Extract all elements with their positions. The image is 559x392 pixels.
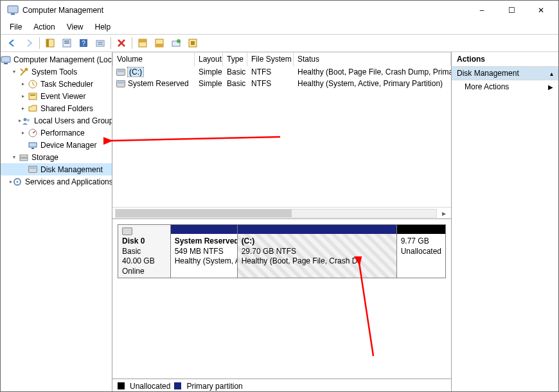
svg-text:?: ? bbox=[82, 40, 85, 47]
tree-services-apps[interactable]: ▸ Services and Applications bbox=[1, 175, 112, 188]
disk-graphical-view[interactable]: Disk 0 Basic 40.00 GB Online System Rese… bbox=[112, 219, 451, 392]
back-button[interactable] bbox=[4, 36, 20, 50]
menu-view[interactable]: View bbox=[62, 21, 89, 33]
menu-action[interactable]: Action bbox=[28, 21, 60, 33]
volume-header-row: Volume Layout Type File System Status bbox=[112, 52, 451, 66]
tree-label: System Tools bbox=[31, 67, 77, 76]
delete-button[interactable] bbox=[114, 36, 129, 50]
partition[interactable]: System Reserved 549 MB NTFS Healthy (Sys… bbox=[171, 225, 238, 278]
svg-rect-0 bbox=[8, 6, 18, 13]
col-type[interactable]: Type bbox=[223, 52, 247, 66]
titlebar[interactable]: Computer Management – ☐ ✕ bbox=[1, 1, 558, 20]
partition-title: (C:) bbox=[242, 236, 393, 247]
tree-shared-folders[interactable]: ▸ Shared Folders bbox=[1, 102, 112, 114]
disk-row[interactable]: Disk 0 Basic 40.00 GB Online System Rese… bbox=[118, 224, 446, 278]
svg-point-17 bbox=[177, 39, 181, 43]
partition[interactable]: 9.77 GB Unallocated bbox=[397, 225, 445, 278]
volume-layout: Simple bbox=[195, 66, 223, 78]
center-pane: Volume Layout Type File System Status (C… bbox=[112, 52, 452, 392]
col-filesystem[interactable]: File System bbox=[247, 52, 294, 66]
volume-name: (C:) bbox=[128, 67, 143, 76]
tree-label: Device Manager bbox=[40, 141, 96, 150]
toolbar-sep bbox=[39, 37, 40, 49]
tree-local-users[interactable]: ▸ Local Users and Groups bbox=[1, 114, 112, 127]
maximize-icon: ☐ bbox=[508, 6, 515, 15]
legend-label-primary: Primary partition bbox=[186, 382, 242, 391]
perf-icon bbox=[28, 128, 38, 138]
tree-event-viewer[interactable]: ▸ Event Viewer bbox=[1, 90, 112, 102]
help2-button[interactable] bbox=[185, 36, 200, 50]
close-icon: ✕ bbox=[538, 6, 544, 15]
tree-system-tools[interactable]: ▾ System Tools bbox=[1, 66, 112, 78]
partition-body: System Reserved 549 MB NTFS Healthy (Sys… bbox=[171, 234, 237, 278]
maximize-button[interactable]: ☐ bbox=[497, 1, 526, 20]
tree-performance[interactable]: ▸ Performance bbox=[1, 127, 112, 139]
computer-icon bbox=[1, 55, 11, 65]
refresh-list-button[interactable] bbox=[93, 36, 108, 50]
scroll-thumb[interactable] bbox=[116, 209, 292, 217]
col-layout[interactable]: Layout bbox=[195, 52, 223, 66]
expander-icon[interactable]: ▾ bbox=[10, 153, 19, 162]
col-status[interactable]: Status bbox=[294, 52, 451, 66]
device-icon bbox=[28, 140, 38, 150]
menu-file[interactable]: File bbox=[4, 21, 27, 33]
disk-icon bbox=[28, 165, 38, 175]
partition-line2: 9.77 GB bbox=[401, 236, 441, 247]
expander-icon[interactable]: ▾ bbox=[10, 67, 19, 76]
svg-rect-30 bbox=[31, 148, 34, 149]
volume-row[interactable]: System Reserved Simple Basic NTFS Health… bbox=[112, 78, 451, 89]
forward-button[interactable] bbox=[21, 36, 37, 50]
tree-root[interactable]: Computer Management (Local) bbox=[1, 53, 112, 66]
actions-more[interactable]: More Actions ▶ bbox=[452, 80, 558, 93]
disk-state: Online bbox=[122, 267, 166, 277]
tree-label: Shared Folders bbox=[40, 104, 93, 113]
properties-button[interactable] bbox=[59, 36, 75, 50]
minimize-button[interactable]: – bbox=[467, 1, 497, 20]
close-button[interactable]: ✕ bbox=[526, 1, 556, 20]
collapse-icon[interactable]: ▴ bbox=[550, 70, 553, 77]
tree-task-scheduler[interactable]: ▸ Task Scheduler bbox=[1, 78, 112, 90]
help-button[interactable]: ? bbox=[76, 36, 91, 50]
show-hide-tree-button[interactable] bbox=[42, 36, 58, 50]
partition-line3: Healthy (Boot, Page File, Crash D bbox=[242, 256, 393, 267]
disk-info[interactable]: Disk 0 Basic 40.00 GB Online bbox=[118, 225, 171, 278]
tree-disk-management[interactable]: Disk Management bbox=[1, 163, 112, 175]
volume-hscroll[interactable]: ▸ bbox=[112, 207, 451, 218]
col-volume[interactable]: Volume bbox=[112, 52, 195, 66]
tree-root-label: Computer Management (Local) bbox=[13, 55, 112, 64]
nav-tree[interactable]: Computer Management (Local) ▾ System Too… bbox=[1, 52, 112, 392]
legend-label-unallocated: Unallocated bbox=[130, 382, 170, 391]
partition-line2: 549 MB NTFS bbox=[175, 247, 233, 257]
settings-button[interactable] bbox=[168, 36, 184, 50]
volume-list[interactable]: Volume Layout Type File System Status (C… bbox=[112, 52, 451, 219]
legend-swatch-primary bbox=[174, 382, 181, 389]
expander-icon[interactable]: ▸ bbox=[19, 129, 28, 138]
legend: Unallocated Primary partition bbox=[112, 379, 451, 392]
drive-icon bbox=[116, 69, 125, 76]
menubar: File Action View Help bbox=[1, 20, 558, 34]
menu-help[interactable]: Help bbox=[90, 21, 116, 33]
scroll-right-icon[interactable]: ▸ bbox=[439, 209, 448, 218]
tree-storage[interactable]: ▾ Storage bbox=[1, 151, 112, 163]
scroll-track[interactable] bbox=[115, 209, 437, 218]
spacer bbox=[19, 141, 28, 150]
svg-rect-5 bbox=[64, 40, 69, 42]
svg-rect-9 bbox=[96, 40, 104, 46]
partition[interactable]: (C:) 29.70 GB NTFS Healthy (Boot, Page F… bbox=[238, 225, 397, 278]
expander-icon[interactable]: ▸ bbox=[19, 80, 28, 89]
volume-fs: NTFS bbox=[247, 66, 294, 78]
actions-selected[interactable]: Disk Management ▴ bbox=[452, 67, 558, 80]
view-bottom-button[interactable] bbox=[152, 36, 167, 50]
view-top-button[interactable] bbox=[135, 36, 150, 50]
partitions: System Reserved 549 MB NTFS Healthy (Sys… bbox=[171, 225, 445, 278]
volume-row[interactable]: (C:) Simple Basic NTFS Healthy (Boot, Pa… bbox=[112, 66, 451, 78]
disk-size: 40.00 GB bbox=[122, 256, 166, 267]
users-icon bbox=[21, 116, 31, 126]
actions-more-label: More Actions bbox=[465, 82, 509, 91]
legend-swatch-unallocated bbox=[118, 382, 125, 389]
tree-label: Services and Applications bbox=[25, 177, 112, 186]
tree-device-manager[interactable]: Device Manager bbox=[1, 139, 112, 151]
expander-icon[interactable]: ▸ bbox=[19, 104, 28, 113]
app-icon bbox=[7, 4, 19, 16]
expander-icon[interactable]: ▸ bbox=[19, 92, 28, 101]
